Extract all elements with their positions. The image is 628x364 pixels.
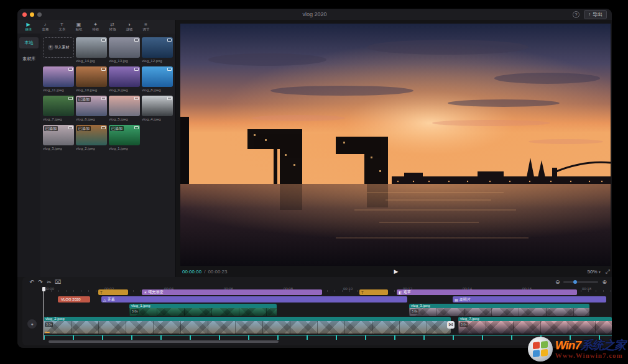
media-item[interactable]: vlog_10.jpeg (76, 66, 107, 92)
timeline-clip[interactable]: vlog_3.jpeg 3.0s (409, 304, 589, 316)
tab-媒体[interactable]: ▶ 媒体 (20, 20, 37, 34)
media-item[interactable]: 已添加 vlog_3.jpeg (43, 125, 74, 150)
media-thumbnail[interactable] (142, 37, 173, 58)
media-item[interactable]: 已添加 vlog_6.jpeg (76, 96, 107, 121)
media-item[interactable]: vlog_12.png (142, 37, 173, 63)
library-subnav: 本地素材库 (17, 34, 40, 277)
timeline-clip[interactable]: vlog_2.jpeg 3.0s (44, 317, 451, 334)
media-item[interactable]: vlog_7.jpeg (43, 96, 74, 121)
media-filename: vlog_11.jpeg (43, 88, 74, 92)
sticker-segment[interactable]: T (359, 289, 388, 295)
effect2-segment[interactable]: △ 开幕 (101, 296, 407, 303)
tracks-area: 00:0000:0200:0400:0600:0800:1000:1200:14… (44, 287, 612, 340)
media-thumbnail[interactable] (142, 66, 173, 87)
tab-icon: ▣ (76, 22, 81, 27)
zoom-level-select[interactable]: 50% ▾ (588, 269, 601, 275)
media-thumbnail[interactable] (109, 96, 140, 116)
tab-文本[interactable]: T 文本 (53, 20, 70, 34)
clip-name: vlog_2.jpeg (45, 317, 65, 321)
tab-滤镜[interactable]: ◑ 滤镜 (121, 20, 137, 34)
subnav-素材库[interactable]: 素材库 (19, 53, 39, 65)
media-item[interactable]: vlog_14.jpg (76, 37, 107, 63)
split-icon[interactable]: ✂ (45, 278, 53, 286)
total-time: 00:00:23 (208, 269, 227, 275)
main-track-button[interactable]: ● (27, 319, 37, 329)
media-filename: vlog_7.jpeg (43, 117, 74, 121)
tab-音频[interactable]: ♪ 音频 (37, 20, 53, 34)
help-icon[interactable]: ? (573, 11, 580, 18)
media-thumbnail[interactable] (43, 96, 74, 116)
media-filename: vlog_2.jpeg (76, 147, 107, 150)
media-thumbnail[interactable]: 已添加 (76, 96, 107, 116)
media-filename: vlog_6.jpeg (76, 117, 107, 121)
library-tabs: ▶ 媒体 ♪ 音频 T 文本 ▣ 贴纸 ✦ 特效 ⇄ 转场 ◑ 滤镜 ≡ 调节 (17, 20, 175, 34)
screen: vlog 2020 ? ↑ 导出 ▶ 媒体 ♪ 音频 T 文本 ▣ 贴纸 ✦ 特… (0, 0, 628, 364)
timeline-toolbar: ↶ ↷ ✂ ⌧ ⊖ ⊕ (22, 277, 612, 287)
tab-贴纸[interactable]: ▣ 贴纸 (70, 20, 87, 34)
playhead[interactable] (44, 287, 44, 340)
media-filename: vlog_10.jpeg (76, 88, 107, 92)
effect-segment[interactable]: ☀ 曙光渐变 (142, 289, 322, 295)
image-type-icon (101, 39, 106, 42)
media-thumbnail[interactable] (76, 37, 107, 58)
timeline-section: ↶ ↷ ✂ ⌧ ⊖ ⊕ ● 00:0000:0200:0400:0600 (17, 277, 612, 348)
text-segment[interactable]: VLOG 2020 (58, 296, 90, 303)
audio-beats-track[interactable] (44, 335, 612, 340)
media-thumbnail[interactable] (142, 96, 173, 116)
media-filename: vlog_13.jpg (109, 59, 140, 63)
overlay-video-track: vlog_1.jpeg 3.0s vlog_3.jpeg 3.0s (44, 304, 612, 316)
timecode: 00:00:00 / 00:00:23 (182, 269, 228, 275)
current-time: 00:00:00 (182, 269, 201, 275)
media-item[interactable]: vlog_11.jpeg (43, 66, 74, 92)
timeline-clip[interactable]: vlog_1.jpeg 3.0s (129, 304, 277, 316)
segment-icon: T (361, 291, 364, 294)
zoom-out-icon[interactable]: ⊖ (555, 279, 560, 285)
undo-icon[interactable]: ↶ (27, 278, 36, 286)
image-type-icon (134, 68, 139, 71)
media-thumbnail[interactable] (76, 66, 107, 87)
clip-filmstrip (44, 321, 451, 334)
segment-label: VLOG 2020 (61, 298, 81, 301)
subnav-本地[interactable]: 本地 (19, 37, 39, 48)
media-thumbnail[interactable] (109, 37, 140, 58)
media-item[interactable]: vlog_8.jpeg (142, 66, 173, 92)
timeline-zoom-slider[interactable] (563, 281, 598, 283)
import-media-button[interactable]: + 导入素材 (43, 37, 74, 58)
media-item[interactable]: 已添加 vlog_1.jpeg (109, 125, 140, 150)
media-thumbnail[interactable] (43, 66, 74, 87)
added-badge: 已添加 (44, 126, 58, 131)
media-thumbnail[interactable]: 已添加 (43, 125, 74, 145)
tab-icon: ⇄ (110, 22, 114, 27)
media-item[interactable]: vlog_9.jpeg (109, 66, 140, 92)
tab-特效[interactable]: ✦ 特效 (87, 20, 104, 34)
media-filename: vlog_12.png (142, 59, 173, 63)
media-item[interactable]: vlog_13.jpg (109, 37, 140, 63)
sticker-segment[interactable]: T (98, 289, 128, 295)
media-item[interactable]: vlog_5.jpeg (109, 96, 140, 121)
effect2-segment[interactable]: ▤ 老照片 (453, 296, 606, 303)
tab-调节[interactable]: ≡ 调节 (137, 20, 154, 34)
play-button[interactable]: ▶ (394, 268, 399, 275)
horizontal-scrollbar[interactable] (48, 340, 279, 343)
slider-thumb[interactable] (573, 280, 577, 284)
export-button[interactable]: ↑ 导出 (584, 10, 607, 19)
image-type-icon (167, 97, 172, 100)
tab-转场[interactable]: ⇄ 转场 (104, 20, 121, 34)
media-thumbnail[interactable] (109, 66, 140, 87)
transition-marker[interactable]: ⋈ (447, 321, 455, 329)
fullscreen-icon[interactable]: ⤢ (606, 268, 610, 275)
effect-segment[interactable]: ◧ 遮罩 (397, 289, 577, 295)
keyframe-marker[interactable] (45, 332, 50, 333)
delete-icon[interactable]: ⌧ (53, 278, 62, 286)
image-type-icon (134, 126, 139, 129)
zoom-in-icon[interactable]: ⊕ (602, 279, 607, 285)
media-item[interactable]: 已添加 vlog_2.jpeg (76, 125, 107, 150)
tab-label: 转场 (109, 27, 116, 31)
segment-label: 遮罩 (404, 289, 411, 295)
media-item[interactable]: vlog_4.jpeg (142, 96, 173, 121)
media-thumbnail[interactable]: 已添加 (109, 125, 140, 145)
media-thumbnail[interactable]: 已添加 (76, 125, 107, 145)
redo-icon[interactable]: ↷ (36, 278, 45, 286)
timeline-clip[interactable]: vlog_7.jpeg 3.0s (458, 317, 612, 334)
media-filename: vlog_5.jpeg (109, 117, 140, 121)
